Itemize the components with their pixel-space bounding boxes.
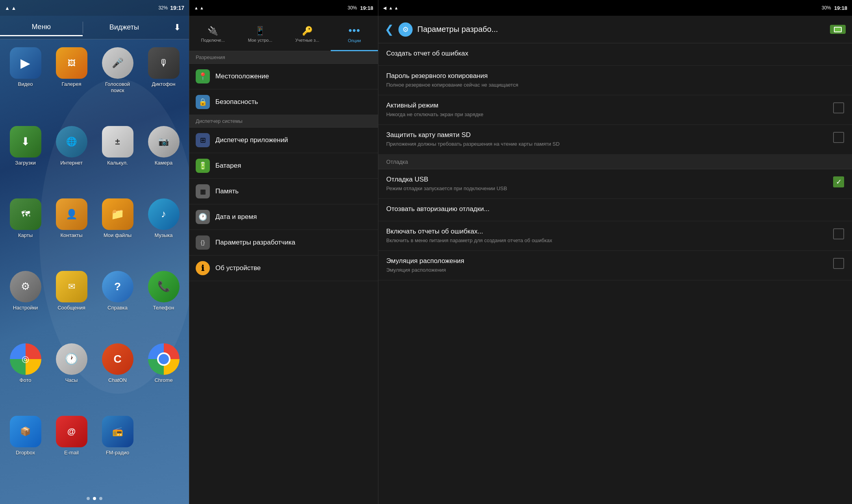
error-reports-subtitle: Включить в меню питания параметр для соз…: [386, 237, 828, 244]
app-email[interactable]: @ E-mail: [50, 416, 93, 485]
dot-2[interactable]: [99, 497, 102, 500]
usb-debug-checkbox[interactable]: ✓: [833, 176, 844, 187]
settings-item-devopt[interactable]: {} Параметры разработчика: [189, 230, 378, 256]
mock-location-subtitle: Эмуляция расположения: [386, 267, 828, 274]
app-calc[interactable]: ± Калькул.: [96, 126, 139, 195]
tab-menu[interactable]: Меню: [0, 19, 83, 36]
dev-section-debug: Отладка: [378, 155, 852, 169]
app-fmradio[interactable]: 📻 FM-радио: [96, 416, 139, 485]
settings-item-about[interactable]: ℹ Об устройстве: [189, 256, 378, 281]
connections-icon: 🔌: [207, 26, 218, 36]
app-downloads[interactable]: ⬇ Загрузки: [4, 126, 47, 195]
app-messages[interactable]: ✉ Сообщения: [50, 271, 93, 340]
app-icon-settings: ⚙: [10, 271, 41, 302]
dev-item-revoke-debug[interactable]: Отозвать авторизацию отладки...: [378, 199, 852, 221]
settings-item-memory[interactable]: ▦ Память: [189, 179, 378, 204]
app-myfiles[interactable]: 📁 Мои файлы: [96, 198, 139, 268]
protect-sd-text: Защитить карту памяти SD Приложения долж…: [386, 131, 828, 148]
dev-item-usb-debug[interactable]: Отладка USB Режим отладки запускается пр…: [378, 169, 852, 199]
app-chrome[interactable]: Chrome: [142, 343, 185, 413]
appmanager-label: Диспетчер приложений: [215, 136, 288, 144]
dev-item-active-mode[interactable]: Активный режим Никогда не отключать экра…: [378, 95, 852, 125]
protect-sd-checkbox[interactable]: [833, 132, 844, 143]
app-clock[interactable]: 🕐 Часы: [50, 343, 93, 413]
app-video[interactable]: ▶ Видео: [4, 47, 47, 123]
tab-connections[interactable]: 🔌 Подключе...: [189, 16, 237, 51]
home-screen: ▲ ▲ 32% 19:17 Меню Виджеты ⬇ ▶ Видео 🖼 Г…: [0, 0, 189, 504]
create-report-title: Создать отчет об ошибках: [386, 50, 844, 57]
app-dictaphone[interactable]: 🎙 Диктофон: [142, 47, 185, 123]
section-header-permissions: Разрешения: [189, 51, 378, 64]
app-settings[interactable]: ⚙ Настройки: [4, 271, 47, 340]
dev-header: ❮ ⚙ Параметры разрабо...: [378, 16, 852, 43]
app-contacts[interactable]: 👤 Контакты: [50, 198, 93, 268]
app-label-internet: Интернет: [60, 160, 83, 166]
backup-password-title: Пароль резервного копирования: [386, 72, 844, 80]
active-mode-title: Активный режим: [386, 102, 828, 109]
dev-item-mock-location[interactable]: Эмуляция расположения Эмуляция расположе…: [378, 251, 852, 280]
error-reports-text: Включать отчеты об ошибках... Включить в…: [386, 228, 828, 244]
dev-item-protect-sd[interactable]: Защитить карту памяти SD Приложения долж…: [378, 125, 852, 154]
battery-icon: 🔋: [196, 159, 210, 173]
download-tab-button[interactable]: ⬇: [165, 22, 189, 33]
app-label-email: E-mail: [64, 450, 79, 456]
app-label-downloads: Загрузки: [15, 160, 35, 166]
app-voice[interactable]: 🎤 Голосовой поиск: [96, 47, 139, 123]
tab-accounts[interactable]: 🔑 Учетные з...: [284, 16, 331, 51]
settings-item-appmanager[interactable]: ⊞ Диспетчер приложений: [189, 128, 378, 153]
mock-location-text: Эмуляция расположения Эмуляция расположе…: [386, 257, 828, 274]
settings-item-security[interactable]: 🔒 Безопасность: [189, 89, 378, 115]
app-icon-gallery: 🖼: [56, 47, 87, 79]
error-reports-checkbox[interactable]: [833, 228, 844, 239]
tab-widgets[interactable]: Виджеты: [83, 19, 166, 35]
app-label-myfiles: Мои файлы: [104, 232, 132, 239]
memory-label: Память: [215, 187, 239, 195]
app-icon-maps: 🗺: [10, 198, 41, 230]
app-icon-photos: ◎: [10, 343, 41, 375]
mydevice-label: Мое устро...: [248, 38, 272, 43]
usb-debug-text: Отладка USB Режим отладки запускается пр…: [386, 176, 828, 192]
dev-item-create-report[interactable]: Создать отчет об ошибках: [378, 43, 852, 66]
dev-battery: 30%: [822, 5, 831, 11]
app-label-clock: Часы: [65, 377, 78, 384]
battery-label: Батарея: [215, 162, 241, 170]
apps-grid: ▶ Видео 🖼 Галерея 🎤 Голосовой поиск 🎙 Ди…: [0, 39, 189, 493]
app-chaton[interactable]: C ChatON: [96, 343, 139, 413]
settings-item-battery[interactable]: 🔋 Батарея: [189, 153, 378, 179]
dev-settings-icon: ⚙: [398, 22, 413, 37]
app-label-chaton: ChatON: [108, 377, 127, 384]
dot-0[interactable]: [87, 497, 90, 500]
mock-location-checkbox[interactable]: [833, 258, 844, 269]
settings-item-datetime[interactable]: 🕐 Дата и время: [189, 204, 378, 230]
active-mode-checkbox[interactable]: [833, 102, 844, 113]
about-icon: ℹ: [196, 261, 210, 275]
app-photos[interactable]: ◎ Фото: [4, 343, 47, 413]
dev-back-button[interactable]: ❮: [385, 23, 394, 36]
app-phone[interactable]: 📞 Телефон: [142, 271, 185, 340]
section-permissions-text: Разрешения: [196, 54, 225, 60]
app-label-phone: Телефон: [153, 305, 174, 311]
dev-item-error-reports[interactable]: Включать отчеты об ошибках... Включить в…: [378, 221, 852, 251]
app-gallery[interactable]: 🖼 Галерея: [50, 47, 93, 123]
app-camera[interactable]: 📷 Камера: [142, 126, 185, 195]
security-icon: 🔒: [196, 95, 210, 109]
app-help[interactable]: ? Справка: [96, 271, 139, 340]
tab-mydevice[interactable]: 📱 Мое устро...: [237, 16, 284, 51]
tab-options[interactable]: ••• Опции: [331, 16, 378, 51]
app-music[interactable]: ♪ Музыка: [142, 198, 185, 268]
app-icon-music: ♪: [148, 198, 180, 230]
app-dropbox[interactable]: 📦 Dropbox: [4, 416, 47, 485]
mydevice-icon: 📱: [255, 26, 265, 36]
dev-header-title: Параметры разрабо...: [417, 25, 825, 34]
sysmanager-text: Диспетчер системы: [196, 118, 243, 124]
app-maps[interactable]: 🗺 Карты: [4, 198, 47, 268]
memory-icon: ▦: [196, 184, 210, 198]
app-icon-downloads: ⬇: [10, 126, 41, 158]
app-icon-chaton: C: [102, 343, 133, 375]
settings-item-location[interactable]: 📍 Местоположение: [189, 64, 378, 89]
app-icon-email: @: [56, 416, 87, 447]
dot-1[interactable]: [93, 497, 96, 500]
app-internet[interactable]: 🌐 Интернет: [50, 126, 93, 195]
dev-item-backup-password[interactable]: Пароль резервного копирования Полное рез…: [378, 66, 852, 95]
dev-back-arrow: ◀: [383, 6, 386, 11]
